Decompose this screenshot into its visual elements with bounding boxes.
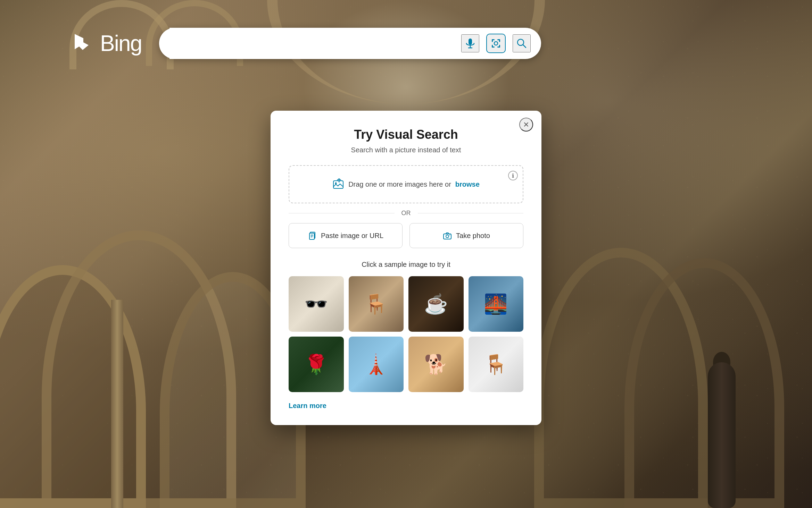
close-icon: × <box>523 119 529 130</box>
sunglasses-emoji: 🕶️ <box>304 293 328 315</box>
svg-rect-16 <box>339 179 340 183</box>
browse-link[interactable]: browse <box>455 180 480 188</box>
svg-point-24 <box>449 235 450 235</box>
action-buttons: Paste image or URL Take photo <box>289 223 523 248</box>
svg-point-15 <box>335 183 337 184</box>
drop-zone[interactable]: Drag one or more images here or browse ℹ <box>289 165 523 203</box>
sample-images-title: Click a sample image to try it <box>289 261 523 269</box>
or-divider: OR <box>289 210 523 217</box>
svg-point-23 <box>446 235 449 238</box>
sample-images-grid: 🕶️ 🪑 ☕ 🌉 🌹 🗼 🐕 🪑 <box>289 276 523 392</box>
svg-rect-14 <box>333 181 343 188</box>
or-line-left <box>289 213 395 213</box>
visual-search-modal: × Try Visual Search Search with a pictur… <box>271 111 541 425</box>
info-icon[interactable]: ℹ <box>508 171 518 180</box>
take-photo-label: Take photo <box>456 232 490 240</box>
or-line-right <box>418 213 524 213</box>
chair-emoji: 🪑 <box>484 353 508 376</box>
paste-image-url-button[interactable]: Paste image or URL <box>289 223 403 248</box>
camera-icon <box>443 231 452 240</box>
svg-rect-18 <box>309 233 314 239</box>
modal-subtitle: Search with a picture instead of text <box>289 146 523 154</box>
modal-title: Try Visual Search <box>289 127 523 142</box>
rose-emoji: 🌹 <box>304 353 328 376</box>
opera-emoji: 🌉 <box>484 293 508 315</box>
drop-zone-text: Drag one or more images here or <box>348 180 451 188</box>
modal-overlay: × Try Visual Search Search with a pictur… <box>0 0 812 508</box>
learn-more-link[interactable]: Learn more <box>289 402 523 410</box>
interior-emoji: 🪑 <box>364 293 388 315</box>
or-text: OR <box>401 210 411 217</box>
sample-image-interior[interactable]: 🪑 <box>349 276 404 332</box>
modal-close-button[interactable]: × <box>519 118 533 132</box>
take-photo-button[interactable]: Take photo <box>409 223 523 248</box>
drop-zone-content: Drag one or more images here or browse <box>300 178 512 190</box>
dogs-emoji: 🐕 <box>424 353 448 376</box>
info-icon-symbol: ℹ <box>512 172 514 179</box>
image-upload-icon <box>332 178 344 190</box>
sample-image-chair[interactable]: 🪑 <box>469 337 524 392</box>
sample-image-opera-house[interactable]: 🌉 <box>469 276 524 332</box>
paste-icon <box>308 231 317 240</box>
paste-button-label: Paste image or URL <box>321 232 383 240</box>
sample-image-sunglasses[interactable]: 🕶️ <box>289 276 344 332</box>
sample-image-coffee[interactable]: ☕ <box>408 276 464 332</box>
coffee-emoji: ☕ <box>424 293 448 315</box>
sample-image-dogs[interactable]: 🐕 <box>408 337 464 392</box>
pyramid-emoji: 🗼 <box>364 353 388 376</box>
sample-image-rose[interactable]: 🌹 <box>289 337 344 392</box>
sample-image-pyramid[interactable]: 🗼 <box>349 337 404 392</box>
